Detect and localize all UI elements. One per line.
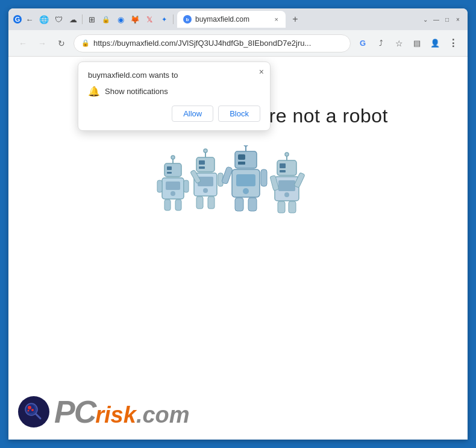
- svg-point-19: [203, 188, 208, 193]
- svg-rect-22: [196, 197, 203, 209]
- sidebar-icon[interactable]: ▤: [410, 36, 424, 51]
- svg-rect-11: [175, 200, 181, 210]
- browser-window: G ← 🌐 🛡 ☁ ⊞ 🔒 ◉ 🦊 𝕏 ✦ b buymaxfield.com …: [8, 8, 468, 440]
- minimize-button[interactable]: —: [431, 14, 441, 24]
- svg-rect-30: [236, 174, 255, 186]
- svg-point-51: [28, 406, 31, 409]
- toolbar-right-icons: G ⤴ ☆ ▤ 👤 ⋮: [355, 36, 460, 51]
- ext1-icon[interactable]: ⊞: [86, 14, 97, 25]
- svg-rect-37: [280, 163, 286, 168]
- svg-rect-24: [235, 151, 257, 168]
- svg-point-4: [171, 156, 175, 159]
- svg-rect-23: [208, 197, 215, 209]
- svg-point-16: [204, 149, 207, 153]
- allow-button[interactable]: Allow: [172, 106, 213, 122]
- lock-icon: 🔒: [81, 39, 90, 47]
- svg-rect-9: [184, 180, 189, 192]
- close-window-button[interactable]: ×: [453, 14, 463, 24]
- maximize-button[interactable]: □: [442, 14, 452, 24]
- svg-rect-26: [238, 162, 245, 165]
- svg-rect-33: [261, 169, 267, 186]
- address-bar: ← → ↻ 🔒 https://buymaxfield.com/JVlSjfQ3…: [8, 30, 468, 57]
- svg-rect-8: [157, 180, 162, 192]
- pcrisk-text-group: PC risk .com: [54, 394, 190, 430]
- svg-rect-35: [248, 198, 257, 211]
- popup-title: buymaxfield.com wants to: [88, 71, 260, 80]
- svg-point-31: [243, 188, 249, 194]
- svg-rect-13: [199, 160, 205, 165]
- pcrisk-brand: PC risk .com: [18, 394, 190, 430]
- separator2: [173, 14, 174, 24]
- svg-rect-12: [196, 157, 215, 172]
- shield-icon[interactable]: 🛡: [53, 14, 64, 25]
- popup-notification-text: Show notifications: [105, 87, 168, 96]
- pc-text: PC: [54, 394, 95, 430]
- ext5-icon[interactable]: 𝕏: [144, 14, 155, 25]
- account-icon[interactable]: 👤: [428, 36, 442, 51]
- something-icon[interactable]: 🌐: [39, 14, 49, 25]
- popup-buttons: Allow Block: [88, 106, 260, 122]
- robots-svg: [148, 145, 328, 242]
- svg-rect-2: [167, 172, 172, 174]
- svg-rect-38: [280, 170, 286, 172]
- svg-point-53: [28, 410, 30, 412]
- svg-point-7: [171, 191, 175, 196]
- svg-point-43: [284, 192, 289, 197]
- popup-notification-row: 🔔 Show notifications: [88, 86, 260, 97]
- block-button[interactable]: Block: [218, 106, 260, 122]
- svg-rect-34: [235, 198, 243, 211]
- tab-favicon: b: [183, 15, 192, 24]
- title-bar: G ← 🌐 🛡 ☁ ⊞ 🔒 ◉ 🦊 𝕏 ✦ b buymaxfield.com …: [8, 8, 468, 30]
- popup-close-button[interactable]: ×: [259, 67, 264, 77]
- pcrisk-logo-svg: [20, 398, 48, 426]
- extension-icons: ⊞ 🔒 ◉ 🦊 𝕏 ✦: [86, 14, 169, 25]
- forward-button[interactable]: →: [35, 36, 49, 51]
- svg-point-52: [31, 409, 34, 411]
- new-tab-button[interactable]: +: [288, 12, 302, 27]
- svg-rect-42: [278, 180, 295, 191]
- tab-title: buymaxfield.com: [195, 15, 249, 24]
- back-button[interactable]: ←: [16, 36, 30, 51]
- share-icon[interactable]: ⤴: [374, 36, 388, 51]
- svg-rect-14: [199, 166, 205, 169]
- svg-rect-47: [289, 201, 296, 213]
- google-icon[interactable]: G: [355, 36, 370, 51]
- back-icon-title[interactable]: ←: [24, 14, 35, 25]
- com-text: .com: [136, 402, 190, 428]
- tab-close-icon[interactable]: ×: [274, 14, 280, 24]
- chevron-down-icon[interactable]: ⌄: [421, 14, 430, 24]
- url-display: https://buymaxfield.com/JVlSjfQ3UJ4hdfGb…: [93, 39, 343, 48]
- svg-rect-0: [164, 163, 181, 177]
- svg-rect-1: [167, 166, 172, 170]
- ext6-icon[interactable]: ✦: [158, 14, 169, 25]
- window-controls: ⌄ — □ ×: [421, 14, 463, 24]
- ext4-icon[interactable]: 🦊: [130, 14, 140, 25]
- active-tab[interactable]: b buymaxfield.com ×: [177, 11, 286, 28]
- svg-rect-25: [238, 154, 245, 160]
- separator: [82, 14, 83, 24]
- svg-rect-6: [166, 181, 180, 190]
- refresh-button[interactable]: ↻: [54, 36, 69, 51]
- risk-text: risk: [95, 402, 136, 428]
- notification-popup: × buymaxfield.com wants to 🔔 Show notifi…: [78, 62, 271, 131]
- robots-illustration: [8, 145, 468, 242]
- titlebar-icons: ← 🌐 🛡 ☁: [24, 14, 78, 25]
- svg-rect-10: [164, 200, 171, 210]
- svg-point-40: [285, 153, 289, 156]
- menu-icon[interactable]: ⋮: [446, 36, 460, 51]
- cloud-icon[interactable]: ☁: [67, 14, 78, 25]
- svg-point-28: [244, 145, 248, 147]
- chrome-logo-icon: G: [13, 15, 22, 24]
- ext3-icon[interactable]: ◉: [115, 14, 126, 25]
- bell-icon: 🔔: [88, 86, 100, 97]
- address-bar-input[interactable]: 🔒 https://buymaxfield.com/JVlSjfQ3UJ4hdf…: [74, 34, 351, 52]
- ext2-icon[interactable]: 🔒: [101, 14, 111, 25]
- bookmark-icon[interactable]: ☆: [392, 36, 406, 51]
- svg-rect-46: [278, 201, 285, 213]
- page-content: × buymaxfield.com wants to 🔔 Show notifi…: [8, 57, 468, 440]
- pcrisk-logo: [18, 396, 49, 427]
